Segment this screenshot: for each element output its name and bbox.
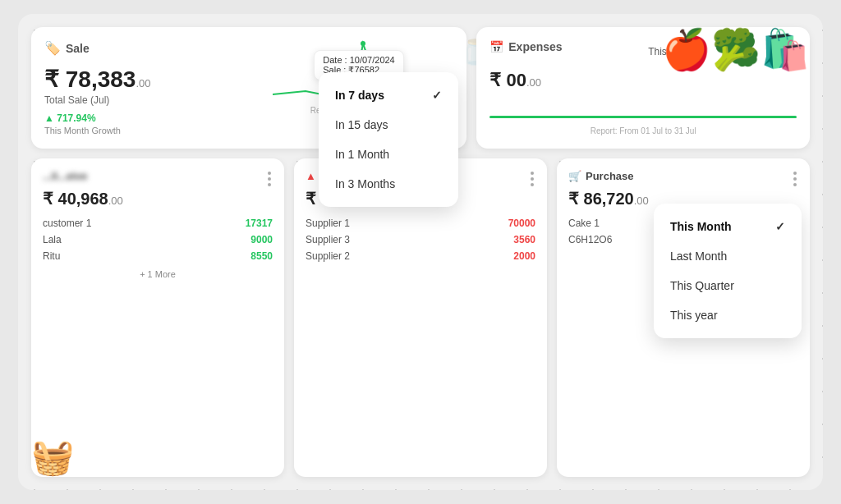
rdot2 [268, 177, 271, 181]
list-item: customer 1 17317 [43, 215, 273, 231]
receivable-dots[interactable] [268, 172, 271, 186]
list-item: Ritu 8550 [43, 248, 273, 264]
sale-growth: ▲ 717.94% [44, 112, 96, 124]
sale-amount: ₹ 78,383.00 [44, 66, 192, 93]
sale-growth-label: This Month Growth [44, 126, 192, 135]
sale-subtitle: Total Sale (Jul) [44, 94, 192, 106]
expenses-title: 📅 Expenses [489, 40, 562, 53]
sale-card: 🏷️ Sale ₹ 78,383.00 Total Sale (Jul) ▲ 7… [31, 27, 466, 149]
period-this-month[interactable]: This Month ✓ [654, 212, 802, 241]
expenses-report: Report: From 01 Jul to 31 Jul [489, 126, 797, 135]
purchase-cart-icon: 🛒 [568, 170, 581, 182]
expenses-chart-line [489, 116, 797, 118]
purchase-period-dropdown[interactable]: This Month ✓ Last Month This Quarter Thi… [654, 204, 802, 338]
dashboard-wrapper: 🍕 🥬 🧅 🫙 🥛 🥦 🧴 🧄 🍅 🥚 🫐 🥩 🍞 🥣 🫒 🍎🥦🛍️ 🧺 🏷️ … [18, 14, 823, 490]
period-this-quarter[interactable]: This Quarter [654, 271, 802, 300]
check-icon-7days: ✓ [432, 89, 442, 102]
payable-dots[interactable] [531, 172, 534, 186]
pdot2 [531, 177, 534, 181]
svg-point-0 [361, 41, 365, 46]
sale-icon: 🏷️ [44, 40, 61, 56]
purchase-title: 🛒 Purchase [568, 170, 798, 182]
fruit-decoration: 🍎🥦🛍️ [662, 27, 810, 73]
purdot3 [793, 183, 797, 186]
check-icon-month: ✓ [775, 220, 785, 233]
list-item: Supplier 1 70000 [306, 215, 535, 231]
purdot1 [793, 172, 797, 175]
pdot3 [531, 183, 534, 186]
receivable-title: ...ll...eive [43, 170, 273, 182]
main-content: 🏷️ Sale ₹ 78,383.00 Total Sale (Jul) ▲ 7… [31, 27, 810, 477]
payable-list: Supplier 1 70000 Supplier 3 3560 Supplie… [306, 215, 535, 264]
list-item: Lala 9000 [43, 231, 273, 248]
purdot2 [793, 177, 797, 181]
period-this-year[interactable]: This year [654, 300, 802, 330]
receivable-card: ...ll...eive ₹ 40,968.00 customer 1 1731… [31, 158, 284, 477]
sale-period-dropdown[interactable]: In 7 days ✓ In 15 days In 1 Month In 3 M… [319, 72, 458, 207]
list-item: Supplier 3 3560 [306, 231, 535, 248]
pdot1 [531, 172, 534, 175]
purchase-dots[interactable] [793, 172, 797, 186]
rdot1 [268, 172, 271, 175]
basket-decoration: 🧺 [31, 437, 74, 477]
sale-card-left: ₹ 78,383.00 Total Sale (Jul) ▲ 717.94% T… [44, 66, 192, 135]
payable-up-icon: ▲ [306, 170, 316, 182]
period-last-month[interactable]: Last Month [654, 241, 802, 271]
sale-period-1month[interactable]: In 1 Month [319, 140, 458, 169]
sale-period-7days[interactable]: In 7 days ✓ [319, 80, 458, 110]
sale-label: Sale [66, 42, 90, 55]
sale-period-15days[interactable]: In 15 days [319, 110, 458, 140]
rdot3 [268, 183, 271, 186]
list-item: Supplier 2 2000 [306, 248, 535, 264]
receivable-label-blurred: ...ll...eive [43, 170, 87, 182]
receivable-list: customer 1 17317 Lala 9000 Ritu 8550 [43, 215, 273, 264]
expenses-icon: 📅 [489, 40, 503, 53]
purchase-card: 🛒 Purchase ₹ 86,720.00 Cake 1 C6H12O6 [557, 158, 810, 477]
receivable-amount: ₹ 40,968.00 [43, 189, 273, 208]
receivable-more[interactable]: + 1 More [43, 269, 273, 279]
sale-period-3months[interactable]: In 3 Months [319, 169, 458, 199]
